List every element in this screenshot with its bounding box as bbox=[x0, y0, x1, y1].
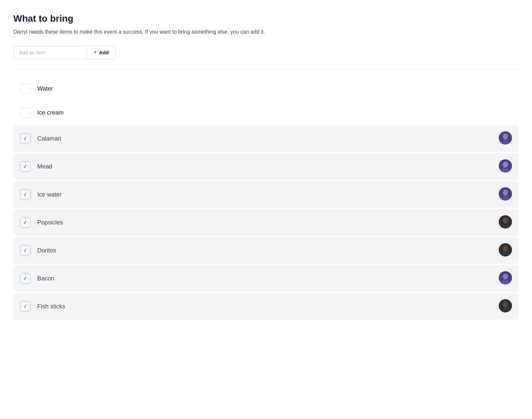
item-label: Ice water bbox=[37, 191, 499, 198]
svg-point-10 bbox=[503, 190, 508, 196]
checkbox[interactable]: ✓ bbox=[20, 161, 31, 172]
add-item-row: + Add bbox=[13, 45, 519, 69]
check-icon: ✓ bbox=[23, 164, 27, 169]
items-list: WaterIce cream✓Calamari✓Mead✓Ice water✓P… bbox=[13, 77, 519, 320]
item-label: Popsicles bbox=[37, 219, 499, 226]
list-item[interactable]: ✓Mead bbox=[13, 153, 519, 180]
item-label: Calamari bbox=[37, 135, 499, 142]
item-label: Water bbox=[37, 85, 512, 92]
svg-point-26 bbox=[503, 301, 508, 307]
check-icon: ✓ bbox=[23, 136, 27, 141]
avatar bbox=[499, 243, 512, 258]
list-item[interactable]: ✓Fish sticks bbox=[13, 293, 519, 320]
list-item[interactable]: ✓Calamari bbox=[13, 125, 519, 152]
item-label: Mead bbox=[37, 163, 499, 170]
add-item-input[interactable] bbox=[13, 46, 87, 59]
checkbox[interactable]: ✓ bbox=[20, 133, 31, 144]
avatar bbox=[499, 215, 512, 230]
list-item[interactable]: Water bbox=[13, 77, 519, 100]
avatar bbox=[499, 159, 512, 174]
avatar bbox=[499, 131, 512, 146]
page-title: What to bring bbox=[13, 13, 519, 24]
svg-point-6 bbox=[503, 162, 508, 168]
svg-point-14 bbox=[503, 217, 508, 223]
plus-icon: + bbox=[94, 49, 97, 56]
item-label: Bacon bbox=[37, 275, 499, 282]
item-label: Fish sticks bbox=[37, 303, 499, 310]
check-icon: ✓ bbox=[23, 276, 27, 281]
list-item[interactable]: ✓Bacon bbox=[13, 265, 519, 292]
item-label: Ice cream bbox=[37, 109, 512, 116]
list-item[interactable]: ✓Popsicles bbox=[13, 209, 519, 236]
avatar bbox=[499, 271, 512, 286]
checkbox[interactable]: ✓ bbox=[20, 273, 31, 284]
svg-point-2 bbox=[503, 134, 508, 140]
add-button-label: Add bbox=[99, 50, 109, 55]
check-icon: ✓ bbox=[23, 220, 27, 225]
list-item[interactable]: Ice cream bbox=[13, 101, 519, 124]
svg-point-18 bbox=[503, 245, 508, 251]
check-icon: ✓ bbox=[23, 248, 27, 253]
check-icon: ✓ bbox=[23, 304, 27, 309]
avatar bbox=[499, 187, 512, 202]
checkbox[interactable]: ✓ bbox=[20, 217, 31, 228]
add-button[interactable]: + Add bbox=[87, 45, 116, 60]
checkbox[interactable]: ✓ bbox=[20, 301, 31, 312]
svg-point-22 bbox=[503, 273, 508, 279]
page-subtitle: Darryl needs these items to make this ev… bbox=[13, 28, 519, 36]
checkbox[interactable]: ✓ bbox=[20, 245, 31, 256]
checkbox[interactable] bbox=[20, 107, 31, 118]
item-label: Doritos bbox=[37, 247, 499, 254]
list-item[interactable]: ✓Doritos bbox=[13, 237, 519, 264]
checkbox[interactable]: ✓ bbox=[20, 189, 31, 200]
checkbox[interactable] bbox=[20, 83, 31, 94]
avatar bbox=[499, 299, 512, 314]
check-icon: ✓ bbox=[23, 192, 27, 197]
list-item[interactable]: ✓Ice water bbox=[13, 181, 519, 208]
